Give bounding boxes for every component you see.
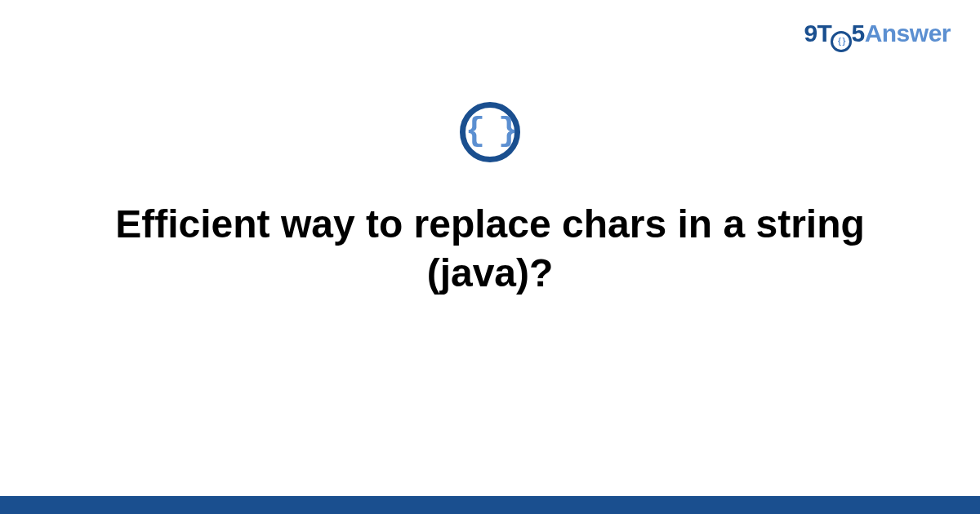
logo-text-5: 5	[851, 20, 864, 47]
footer-bar	[0, 496, 980, 514]
content-center: { } Efficient way to replace chars in a …	[0, 102, 980, 298]
site-logo: 9T{ }5Answer	[804, 20, 951, 52]
braces-glyph: { }	[466, 116, 514, 148]
logo-ring-inner: { }	[838, 37, 845, 46]
logo-ring-icon: { }	[831, 31, 852, 52]
logo-text-answer: Answer	[865, 20, 951, 47]
logo-text-9t: 9T	[804, 20, 831, 47]
code-braces-icon: { }	[460, 102, 520, 162]
question-title: Efficient way to replace chars in a stri…	[82, 200, 898, 298]
